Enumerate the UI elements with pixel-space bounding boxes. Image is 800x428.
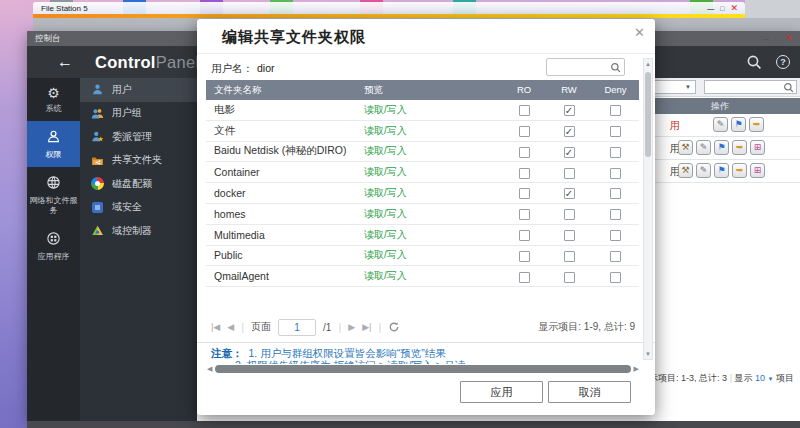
sidebar-item-2[interactable]: 委派管理 — [80, 125, 197, 149]
minimize-icon[interactable]: — — [762, 35, 769, 42]
scrollbar-thumb[interactable] — [215, 365, 630, 373]
action-icon-button[interactable]: ✎ — [696, 140, 711, 155]
action-icon-button[interactable]: ➥ — [732, 163, 747, 178]
horizontal-scrollbar[interactable]: ◀ ▶ — [207, 364, 639, 373]
preview-link[interactable]: 读取/写入 — [356, 207, 502, 221]
sidebar-item-label: 用户 — [112, 83, 132, 97]
file-station-titlebar[interactable]: File Station 5 — □ ✕ — [33, 2, 745, 14]
ro-checkbox[interactable] — [519, 188, 530, 199]
close-icon[interactable]: ✕ — [785, 34, 793, 43]
maximize-icon[interactable]: □ — [720, 5, 724, 12]
ro-checkbox[interactable] — [519, 230, 530, 241]
rail-item-2[interactable]: 网络和文件服务 — [27, 167, 80, 223]
deny-checkbox[interactable] — [610, 209, 621, 220]
scroll-down-icon[interactable]: ▼ — [644, 350, 652, 358]
sidebar-item-0[interactable]: 用户 — [80, 78, 197, 102]
rw-checkbox[interactable] — [564, 272, 575, 283]
first-page-icon[interactable]: |◀ — [211, 322, 220, 332]
table-row: Container读取/写入 — [206, 162, 639, 183]
scroll-right-icon[interactable]: ▶ — [634, 365, 639, 372]
rail-item-3[interactable]: 应用程序 — [27, 223, 80, 269]
vertical-scrollbar[interactable]: ▲ ▼ — [643, 58, 653, 360]
scroll-left-icon[interactable]: ◀ — [207, 365, 212, 372]
rw-checkbox[interactable]: ✓ — [564, 147, 575, 158]
action-icon-button[interactable]: ➥ — [749, 117, 764, 132]
ro-checkbox[interactable] — [519, 168, 530, 179]
page-size-value[interactable]: 10 — [755, 373, 765, 383]
delegate-icon — [91, 130, 104, 143]
action-icon-button[interactable]: ⊞ — [750, 140, 765, 155]
action-icon-button[interactable]: ⚑ — [714, 140, 729, 155]
deny-checkbox[interactable] — [610, 272, 621, 283]
sidebar-item-label: 域控制器 — [112, 224, 152, 238]
preview-link[interactable]: 读取/写入 — [356, 228, 502, 242]
deny-checkbox[interactable] — [610, 147, 621, 158]
rail-item-1[interactable]: 权限 — [27, 121, 80, 167]
user-group-icon — [91, 107, 104, 120]
minimize-icon[interactable]: — — [707, 5, 714, 12]
preview-link[interactable]: 读取/写入 — [356, 165, 502, 179]
preview-link[interactable]: 读取/写入 — [356, 186, 502, 200]
deny-checkbox[interactable] — [610, 105, 621, 116]
close-icon[interactable]: ✕ — [730, 4, 738, 13]
last-page-icon[interactable]: ▶| — [362, 322, 371, 332]
page-size-unit: 项目 — [776, 373, 794, 383]
action-icon-button[interactable]: ⚑ — [731, 117, 746, 132]
folder-name: docker — [206, 187, 356, 199]
ro-checkbox[interactable] — [519, 272, 530, 283]
next-page-icon[interactable]: ▶ — [348, 322, 355, 332]
rw-checkbox[interactable] — [564, 251, 575, 262]
chevron-down-icon[interactable]: ▼ — [768, 376, 774, 382]
apply-button[interactable]: 应用 — [460, 381, 543, 403]
folder-search-input[interactable] — [550, 60, 608, 74]
close-icon[interactable]: ✕ — [634, 26, 645, 39]
preview-link[interactable]: 读取/写入 — [356, 248, 502, 262]
page-number-input[interactable] — [278, 319, 316, 336]
ro-checkbox[interactable] — [519, 105, 530, 116]
help-icon[interactable]: ? — [776, 55, 790, 69]
action-icon-button[interactable]: ✎ — [713, 117, 728, 132]
refresh-icon[interactable] — [388, 321, 400, 333]
sidebar-item-4[interactable]: 磁盘配额 — [80, 172, 197, 196]
deny-checkbox[interactable] — [610, 188, 621, 199]
rw-checkbox[interactable] — [564, 168, 575, 179]
preview-link[interactable]: 读取/写入 — [356, 269, 502, 283]
deny-checkbox[interactable] — [610, 230, 621, 241]
sidebar-item-3[interactable]: 共享文件夹 — [80, 149, 197, 173]
action-icon-button[interactable]: ⚒ — [678, 163, 693, 178]
deny-checkbox[interactable] — [610, 251, 621, 262]
rw-checkbox[interactable]: ✓ — [564, 188, 575, 199]
rail-item-0[interactable]: ⚙系统 — [27, 78, 80, 121]
preview-link[interactable]: 读取/写入 — [356, 103, 502, 117]
table-row: 文件读取/写入✓ — [206, 121, 639, 142]
action-icon-button[interactable]: ⊞ — [750, 163, 765, 178]
ro-checkbox[interactable] — [519, 251, 530, 262]
scrollbar-thumb[interactable] — [645, 72, 651, 157]
rw-checkbox[interactable]: ✓ — [564, 126, 575, 137]
preview-link[interactable]: 读取/写入 — [356, 124, 502, 138]
cancel-button[interactable]: 取消 — [548, 381, 631, 403]
rw-checkbox[interactable]: ✓ — [564, 105, 575, 116]
search-input[interactable] — [704, 80, 797, 94]
deny-checkbox[interactable] — [610, 126, 621, 137]
back-arrow-icon[interactable]: ← — [57, 53, 73, 71]
preview-link[interactable]: 读取/写入 — [356, 144, 502, 158]
sidebar-item-6[interactable]: 域控制器 — [80, 219, 197, 243]
scroll-up-icon[interactable]: ▲ — [644, 60, 652, 68]
search-icon[interactable] — [746, 54, 762, 70]
prev-page-icon[interactable]: ◀ — [227, 322, 234, 332]
ro-checkbox[interactable] — [519, 209, 530, 220]
deny-checkbox[interactable] — [610, 168, 621, 179]
ro-checkbox[interactable] — [519, 147, 530, 158]
folder-search-box[interactable] — [546, 58, 625, 76]
action-icon-button[interactable]: ⚑ — [714, 163, 729, 178]
action-icon-button[interactable]: ➥ — [732, 140, 747, 155]
rw-checkbox[interactable] — [564, 209, 575, 220]
ro-checkbox[interactable] — [519, 126, 530, 137]
sidebar-item-1[interactable]: 用户组 — [80, 102, 197, 126]
maximize-icon[interactable]: □ — [775, 35, 779, 42]
action-icon-button[interactable]: ✎ — [696, 163, 711, 178]
action-icon-button[interactable]: ⚒ — [678, 140, 693, 155]
rw-checkbox[interactable] — [564, 230, 575, 241]
sidebar-item-5[interactable]: 域安全 — [80, 196, 197, 220]
